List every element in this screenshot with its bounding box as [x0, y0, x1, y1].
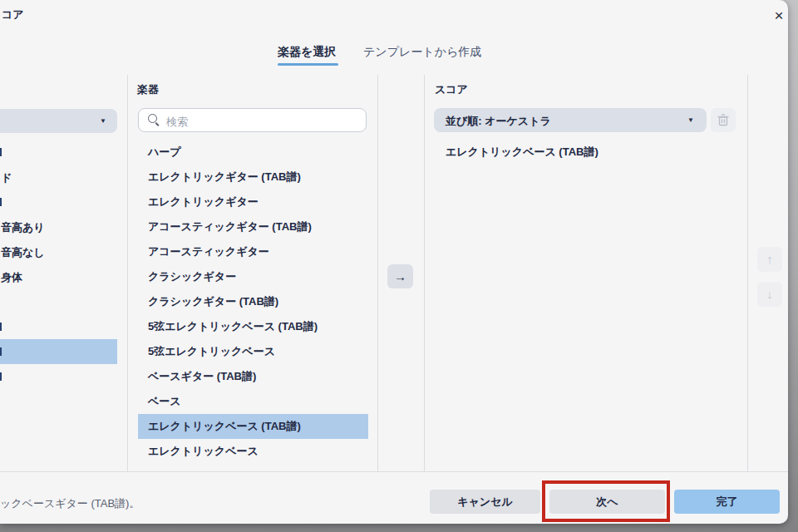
instrument-list-item[interactable]: エレクトリックギター (TAB譜) — [138, 165, 368, 190]
screen: コア × 楽器を選択 テンプレートから作成 ▼ ド音高あり音高なし身体 楽器 検… — [0, 0, 798, 532]
next-button[interactable]: 次へ — [549, 490, 665, 514]
family-list-item — [0, 289, 127, 314]
instruments-header: 楽器 — [137, 82, 159, 97]
dialog-title: コア — [2, 7, 24, 22]
cancel-button[interactable]: キャンセル — [430, 490, 540, 514]
family-list-item[interactable] — [0, 314, 127, 339]
instrument-list-item[interactable]: エレクトリックギター — [138, 190, 368, 214]
add-to-score-button[interactable]: → — [387, 264, 413, 288]
family-list-item[interactable] — [0, 339, 117, 364]
instrument-list-item[interactable]: クラシックギター (TAB譜) — [138, 289, 368, 314]
up-arrow-icon: ↑ — [766, 252, 773, 266]
instrument-description: ックベースギター (TAB譜)。 — [0, 496, 140, 511]
instrument-list-item[interactable]: 5弦エレクトリックベース (TAB譜) — [138, 314, 368, 339]
family-list-item[interactable]: 音高なし — [0, 239, 127, 264]
clipped-label-fragment — [0, 323, 2, 331]
instrument-list: ハープエレクトリックギター (TAB譜)エレクトリックギターアコースティックギタ… — [138, 140, 368, 464]
search-icon — [148, 114, 157, 123]
divider — [747, 75, 748, 471]
down-arrow-icon: ↓ — [766, 287, 773, 301]
search-input[interactable]: 検索 — [138, 108, 367, 132]
score-list-item[interactable]: エレクトリックベース (TAB譜) — [434, 140, 708, 165]
trash-icon — [717, 114, 729, 126]
instrument-list-item[interactable]: アコースティックギター — [138, 239, 368, 264]
score-header: スコア — [435, 82, 468, 97]
family-label: 音高なし — [1, 245, 45, 260]
clipped-label-fragment — [0, 347, 2, 356]
family-list-item[interactable]: ド — [0, 165, 127, 190]
footer-divider — [0, 471, 788, 472]
clipped-label-fragment — [0, 148, 2, 156]
divider — [127, 75, 128, 471]
clipped-label-fragment — [0, 372, 2, 381]
family-label: 音高あり — [1, 220, 45, 235]
instrument-list-item[interactable]: ベースギター (TAB譜) — [138, 364, 368, 389]
order-dropdown[interactable]: 並び順: オーケストラ ▼ — [434, 108, 707, 132]
family-list-item[interactable] — [0, 364, 127, 389]
clipped-label-fragment — [0, 198, 2, 206]
order-dropdown-value: 並び順: オーケストラ — [446, 114, 551, 129]
new-score-dialog: コア × 楽器を選択 テンプレートから作成 ▼ ド音高あり音高なし身体 楽器 検… — [0, 0, 788, 524]
family-label: 身体 — [1, 270, 22, 285]
instrument-list-item[interactable]: エレクトリックベース (TAB譜) — [138, 414, 368, 439]
instrument-list-item[interactable]: ハープ — [138, 140, 368, 165]
tab-choose-instruments[interactable]: 楽器を選択 — [278, 45, 336, 60]
close-icon[interactable]: × — [768, 5, 790, 27]
family-list-item[interactable]: 身体 — [0, 264, 127, 289]
right-arrow-icon: → — [394, 269, 406, 283]
divider — [377, 75, 378, 471]
instrument-list-item[interactable]: 5弦エレクトリックベース — [138, 339, 368, 364]
done-button[interactable]: 完了 — [674, 490, 780, 514]
tab-create-from-template[interactable]: テンプレートから作成 — [363, 45, 481, 60]
instrument-list-item[interactable]: クラシックギター — [138, 264, 368, 289]
family-label: ド — [1, 170, 12, 185]
instrument-list-item[interactable]: エレクトリックベース — [138, 439, 368, 464]
move-down-button[interactable]: ↓ — [757, 282, 782, 307]
chevron-down-icon: ▼ — [687, 116, 694, 124]
divider — [424, 75, 425, 471]
family-list-item[interactable]: 音高あり — [0, 214, 127, 239]
active-tab-underline — [278, 63, 338, 66]
delete-button[interactable] — [711, 108, 736, 132]
chevron-down-icon: ▼ — [100, 117, 106, 125]
move-up-button[interactable]: ↑ — [757, 247, 782, 272]
search-placeholder: 検索 — [166, 115, 188, 130]
score-list: エレクトリックベース (TAB譜) — [434, 140, 708, 165]
family-list: ド音高あり音高なし身体 — [0, 140, 127, 389]
family-list-item[interactable] — [0, 140, 127, 165]
family-list-item[interactable] — [0, 190, 127, 214]
instrument-list-item[interactable]: ベース — [138, 389, 368, 414]
family-filter-dropdown[interactable]: ▼ — [0, 109, 117, 133]
instrument-list-item[interactable]: アコースティックギター (TAB譜) — [138, 214, 368, 239]
